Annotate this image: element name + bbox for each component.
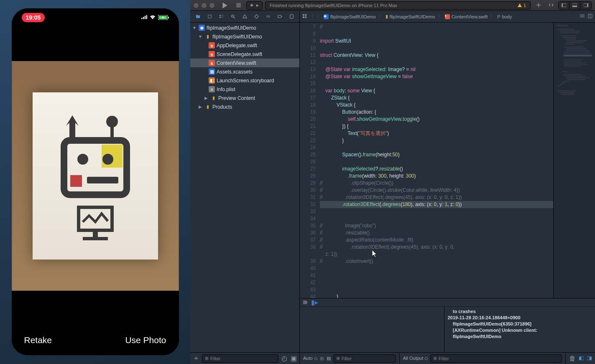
tree-file-appdelegate[interactable]: sAppDelegate.swift bbox=[190, 41, 299, 50]
stop-button[interactable] bbox=[233, 2, 244, 9]
tree-project-root[interactable]: ▼◉flipImageSwiftUIDemo bbox=[190, 23, 299, 32]
debug-bar: ▮▸ bbox=[300, 298, 595, 307]
filter-icon: ⊕ bbox=[433, 356, 437, 361]
source-control-navigator-tab[interactable] bbox=[204, 14, 215, 19]
library-button[interactable] bbox=[533, 1, 544, 9]
jump-file[interactable]: sContentView.swift bbox=[445, 14, 488, 19]
svg-point-11 bbox=[77, 154, 88, 165]
svg-rect-32 bbox=[266, 16, 270, 16]
show-navigator-toggle[interactable] bbox=[559, 2, 569, 9]
variables-filter[interactable]: ⊕Filter bbox=[333, 354, 396, 363]
recording-pill[interactable]: 19:05 bbox=[22, 13, 45, 22]
navigator-panel: ▼◉flipImageSwiftUIDemo ▼▮flipImageSwiftU… bbox=[190, 11, 300, 364]
adjust-editor-icon[interactable] bbox=[588, 14, 592, 19]
camera-photo-preview bbox=[12, 27, 179, 325]
symbol-navigator-tab[interactable] bbox=[216, 14, 226, 19]
run-button[interactable] bbox=[220, 2, 230, 9]
svg-rect-25 bbox=[208, 15, 211, 18]
tree-file-scenedelegate[interactable]: sSceneDelegate.swift bbox=[190, 50, 299, 59]
activity-viewer[interactable]: Finished running flipImageSwiftUIDemo on… bbox=[265, 1, 531, 10]
svg-rect-2 bbox=[144, 15, 145, 19]
related-items-icon[interactable] bbox=[302, 14, 307, 19]
simulator-window: 19:05 bbox=[0, 0, 190, 364]
show-variables-toggle[interactable] bbox=[579, 355, 584, 362]
svg-rect-17 bbox=[83, 237, 108, 240]
tree-file-launchscreen[interactable]: ◧LaunchScreen.storyboard bbox=[190, 76, 299, 85]
use-photo-button[interactable]: Use Photo bbox=[125, 335, 166, 345]
jump-symbol[interactable]: Pbody bbox=[497, 14, 512, 19]
svg-rect-3 bbox=[146, 15, 147, 19]
debug-navigator-tab[interactable] bbox=[263, 14, 273, 19]
back-button[interactable]: 〈 bbox=[309, 13, 314, 20]
scm-filter-icon[interactable]: ▣ bbox=[290, 355, 297, 362]
tree-file-infoplist[interactable]: ≡Info.plist bbox=[190, 85, 299, 94]
breakpoints-toggle[interactable] bbox=[303, 299, 308, 306]
project-file-tree[interactable]: ▼◉flipImageSwiftUIDemo ▼▮flipImageSwiftU… bbox=[190, 23, 299, 352]
issue-navigator-tab[interactable] bbox=[240, 14, 250, 19]
tree-file-assets[interactable]: ▦Assets.xcassets bbox=[190, 67, 299, 76]
breakpoint-navigator-tab[interactable] bbox=[275, 14, 285, 19]
report-navigator-tab[interactable] bbox=[287, 14, 297, 19]
battery-icon bbox=[158, 14, 169, 21]
show-inspector-toggle[interactable] bbox=[580, 2, 591, 9]
variables-view[interactable] bbox=[300, 307, 444, 352]
output-scope-selector[interactable]: All Output ◇ bbox=[403, 356, 428, 361]
add-file-button[interactable]: ＋ bbox=[193, 355, 199, 362]
jump-project[interactable]: ◉flipImageSwiftUIDemo bbox=[324, 14, 376, 19]
svg-rect-29 bbox=[221, 17, 223, 17]
navigator-filter[interactable]: ⊕Filter bbox=[202, 354, 278, 363]
phone-frame: 19:05 bbox=[12, 8, 179, 355]
svg-rect-24 bbox=[587, 4, 588, 7]
svg-rect-47 bbox=[590, 356, 592, 360]
jump-folder[interactable]: ▮flipImageSwiftUIDemo bbox=[386, 14, 435, 19]
svg-rect-45 bbox=[579, 356, 582, 360]
code-editor[interactable]: 7 8 9 10 11 12 13 14 15 16 17 18 19 20 2… bbox=[300, 23, 595, 298]
svg-rect-41 bbox=[580, 17, 585, 17]
window-traffic-lights[interactable] bbox=[194, 3, 215, 8]
scheme-selector[interactable]: ▸ bbox=[246, 1, 263, 10]
svg-point-12 bbox=[102, 154, 113, 165]
svg-rect-40 bbox=[580, 16, 585, 16]
tree-group[interactable]: ▼▮flipImageSwiftUIDemo bbox=[190, 32, 299, 41]
editor-layout-segmented[interactable] bbox=[558, 1, 592, 10]
auto-scope-selector[interactable]: Auto ◇ bbox=[303, 356, 317, 361]
svg-rect-1 bbox=[143, 17, 143, 19]
svg-point-30 bbox=[232, 15, 234, 18]
svg-rect-28 bbox=[221, 15, 223, 15]
quick-look-icon[interactable]: ◎ bbox=[320, 356, 324, 361]
svg-rect-27 bbox=[220, 17, 221, 18]
test-navigator-tab[interactable] bbox=[252, 14, 262, 19]
xcode-toolbar: ▸ Finished running flipImageSwiftUIDemo … bbox=[190, 0, 595, 11]
navigator-footer: ＋ ⊕Filter ◴ ▣ bbox=[190, 352, 299, 364]
svg-rect-34 bbox=[290, 15, 293, 18]
recent-filter-icon[interactable]: ◴ bbox=[281, 355, 288, 362]
warning-badge[interactable]: 1 bbox=[517, 3, 526, 8]
show-console-toggle[interactable] bbox=[587, 355, 592, 362]
retake-button[interactable]: Retake bbox=[24, 335, 52, 345]
status-bar: 19:05 bbox=[12, 8, 179, 27]
code-review-button[interactable] bbox=[546, 1, 557, 9]
editor-options-icon[interactable] bbox=[580, 14, 585, 19]
tree-group-products[interactable]: ▶▮Products bbox=[190, 102, 299, 111]
minimap[interactable] bbox=[553, 23, 595, 298]
jump-bar: 〈 〉 ◉flipImageSwiftUIDemo 〉 ▮flipImageSw… bbox=[300, 11, 595, 23]
robot-illustration bbox=[41, 105, 150, 247]
show-debug-toggle[interactable] bbox=[569, 2, 580, 9]
project-navigator-tab[interactable] bbox=[193, 14, 203, 19]
forward-button[interactable]: 〉 bbox=[317, 13, 321, 20]
tree-group-preview[interactable]: ▶▮Preview Content bbox=[190, 94, 299, 102]
filter-icon: ⊕ bbox=[205, 356, 209, 361]
tree-file-contentview[interactable]: sContentView.swift bbox=[190, 59, 299, 67]
navigator-tabs bbox=[190, 11, 299, 23]
svg-point-7 bbox=[106, 116, 118, 127]
clear-console-icon[interactable]: 🗑 bbox=[569, 355, 576, 362]
console-filter[interactable]: ⊕Filter bbox=[430, 354, 562, 363]
svg-rect-37 bbox=[303, 16, 304, 18]
print-description-icon[interactable]: ▤ bbox=[327, 356, 331, 361]
svg-rect-18 bbox=[236, 3, 241, 8]
find-navigator-tab[interactable] bbox=[228, 14, 238, 19]
continue-button[interactable]: ▮▸ bbox=[311, 298, 318, 306]
editor-area: 〈 〉 ◉flipImageSwiftUIDemo 〉 ▮flipImageSw… bbox=[300, 11, 595, 364]
console-output[interactable]: to crashes 2019-11-28 20:16:24.186449+09… bbox=[444, 307, 595, 352]
captured-image bbox=[33, 92, 158, 260]
